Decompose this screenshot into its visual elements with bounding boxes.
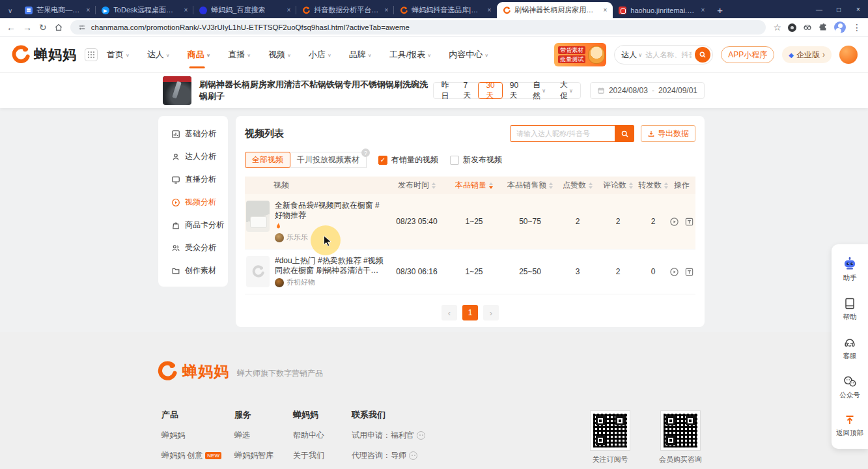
browser-profile-avatar[interactable]: [834, 21, 846, 33]
col-gmv[interactable]: 本品销售额: [503, 180, 557, 191]
menu-item-content-center[interactable]: 内容中心∨: [449, 37, 488, 72]
range-yesterday[interactable]: 昨日: [434, 82, 456, 99]
tab-close-icon[interactable]: ×: [287, 7, 290, 14]
extension-icon-dark[interactable]: [788, 23, 796, 32]
app-miniprogram-button[interactable]: APP小程序: [721, 46, 774, 63]
influencer-search-input[interactable]: [511, 125, 615, 142]
browser-tab[interactable]: 蝉妈妈抖音选品库|抖音短视 ×: [394, 2, 497, 18]
play-video-button[interactable]: [669, 267, 679, 277]
tab-close-icon[interactable]: ×: [384, 7, 388, 14]
back-button[interactable]: ←: [7, 23, 16, 32]
home-button[interactable]: [54, 23, 63, 32]
range-promo-dropdown[interactable]: 大促∨: [553, 82, 580, 99]
range-30d-active[interactable]: 30天: [478, 82, 502, 99]
pagination-prev-button[interactable]: ‹: [441, 305, 457, 320]
sidebar-item-video-analysis[interactable]: 视频分析: [158, 191, 228, 214]
date-picker[interactable]: 2024/08/03 - 2024/09/01: [590, 82, 705, 99]
video-title[interactable]: #dou上热门 #热卖款推荐 #视频同款在橱窗 刷锅神器清洁干净长柄不锈钢刷锅子…: [275, 256, 384, 276]
filter-tab-all-videos[interactable]: 全部视频: [245, 152, 290, 168]
promo-banner[interactable]: 带货素材 批量测试: [554, 43, 606, 66]
col-comments[interactable]: 评论数: [598, 180, 638, 191]
footer-contact[interactable]: 试用申请：福利官: [352, 430, 425, 441]
goggles-icon[interactable]: [803, 23, 812, 32]
col-sales[interactable]: 本品销量: [445, 180, 503, 191]
minimize-button[interactable]: —: [809, 0, 829, 18]
menu-item-shop[interactable]: 小店∨: [309, 37, 331, 72]
checkbox-has-sales[interactable]: ✓ 有销量的视频: [378, 154, 438, 165]
reload-button[interactable]: ↻: [39, 23, 47, 32]
sort-icon-active[interactable]: [489, 182, 493, 189]
video-thumbnail[interactable]: [246, 201, 270, 232]
tab-close-icon[interactable]: ×: [701, 7, 705, 14]
filter-tab-qianchuan[interactable]: 千川投放视频素材 ?: [290, 152, 367, 168]
browser-tab[interactable]: haohuo.jinritemai.com/ecom ×: [613, 2, 710, 18]
checkbox-checked-icon[interactable]: ✓: [378, 156, 387, 165]
url-bar[interactable]: chanmama.com/promotionRank/-VJ3rUIyL1hU-…: [70, 20, 766, 35]
browser-tab[interactable]: 抖音数据分析平台_抖音直播 ×: [296, 2, 394, 18]
transcript-button[interactable]: [684, 217, 694, 227]
table-row[interactable]: #dou上热门 #热卖款推荐 #视频同款在橱窗 刷锅神器清洁干净长柄不锈钢刷锅子…: [245, 249, 695, 294]
site-settings-icon[interactable]: [78, 23, 86, 31]
video-thumbnail[interactable]: [246, 256, 270, 287]
video-author[interactable]: 乔初好物: [275, 277, 384, 287]
user-avatar[interactable]: [839, 46, 858, 64]
new-tab-button[interactable]: +: [717, 5, 723, 16]
panel-search-button[interactable]: [615, 125, 634, 142]
transcript-button[interactable]: [684, 267, 694, 277]
browser-tab[interactable]: ToDesk远程桌面软件-免费安 ×: [96, 2, 193, 18]
checkbox-new-videos[interactable]: 新发布视频: [450, 154, 502, 165]
sidebar-item-live-analysis[interactable]: 直播分析: [158, 168, 228, 191]
checkbox-empty-icon[interactable]: [450, 156, 459, 165]
search-category-dropdown[interactable]: 达人∨: [621, 50, 642, 61]
footer-link[interactable]: 蝉选: [234, 430, 273, 441]
pagination-next-button[interactable]: ›: [483, 305, 499, 320]
range-7d[interactable]: 7天: [456, 82, 478, 99]
browser-tab-active[interactable]: 刷锅神器长柄厨房家用清洁不 ×: [497, 2, 613, 18]
footer-link[interactable]: 蝉妈妈智库: [234, 450, 273, 461]
rail-support-button[interactable]: 客服: [832, 329, 868, 368]
product-thumbnail[interactable]: [163, 76, 191, 105]
sidebar-item-product-card-analysis[interactable]: 商品卡分析: [158, 214, 228, 236]
tab-close-icon[interactable]: ×: [86, 7, 90, 14]
tab-search-chevron-icon[interactable]: ∨: [8, 7, 12, 14]
menu-item-brand[interactable]: 品牌∨: [349, 37, 372, 72]
sidebar-item-basic-analysis[interactable]: 基础分析: [158, 122, 228, 145]
video-title[interactable]: 全新食品袋#视频同款在橱窗 #好物推荐: [275, 201, 384, 220]
sidebar-item-audience-analysis[interactable]: 受众分析: [158, 236, 228, 259]
rail-assistant-button[interactable]: 助手: [832, 249, 868, 290]
footer-link[interactable]: 帮助中心: [293, 430, 324, 441]
sort-icon[interactable]: [549, 182, 553, 189]
bookmark-star-icon[interactable]: ☆: [773, 23, 781, 32]
sort-icon[interactable]: [629, 182, 633, 189]
rail-wechat-official-button[interactable]: 公众号: [832, 368, 868, 407]
sidebar-item-influencer-analysis[interactable]: 达人分析: [158, 145, 228, 168]
sort-icon[interactable]: [432, 182, 436, 189]
rail-back-to-top-button[interactable]: 返回顶部: [832, 407, 868, 445]
menu-item-live[interactable]: 直播∨: [228, 37, 251, 72]
footer-contact[interactable]: 代理咨询：导师: [352, 450, 425, 461]
play-video-button[interactable]: [669, 217, 679, 227]
pagination-page-1[interactable]: 1: [462, 305, 478, 320]
forward-button[interactable]: →: [23, 23, 32, 32]
maximize-button[interactable]: □: [829, 0, 848, 18]
browser-tab[interactable]: 蝉妈妈_百度搜索 ×: [193, 2, 296, 18]
close-window-button[interactable]: ×: [848, 0, 868, 18]
footer-link[interactable]: 关于我们: [293, 450, 324, 461]
menu-item-product[interactable]: 商品∨: [188, 37, 211, 72]
footer-link[interactable]: 蝉妈妈: [161, 430, 221, 441]
menu-item-home[interactable]: 首页∨: [107, 37, 130, 72]
header-search-box[interactable]: 达人∨ 达人名称、抖音号: [614, 45, 713, 64]
sort-icon[interactable]: [589, 182, 593, 189]
col-publish-time[interactable]: 发布时间: [388, 180, 445, 191]
enterprise-version-button[interactable]: ◆ 企业版 ›: [782, 46, 832, 63]
apps-grid-icon[interactable]: [85, 48, 98, 61]
export-data-button[interactable]: 导出数据: [641, 125, 695, 142]
puzzle-extensions-icon[interactable]: [819, 23, 828, 32]
menu-item-tools[interactable]: 工具/报表∨: [389, 37, 431, 72]
tab-close-icon[interactable]: ×: [603, 7, 607, 14]
header-search-button[interactable]: [695, 47, 710, 63]
menu-item-video[interactable]: 视频∨: [268, 37, 291, 72]
col-shares[interactable]: 转发数: [638, 180, 668, 191]
rail-help-button[interactable]: 帮助: [832, 290, 868, 329]
tab-close-icon[interactable]: ×: [487, 7, 491, 14]
